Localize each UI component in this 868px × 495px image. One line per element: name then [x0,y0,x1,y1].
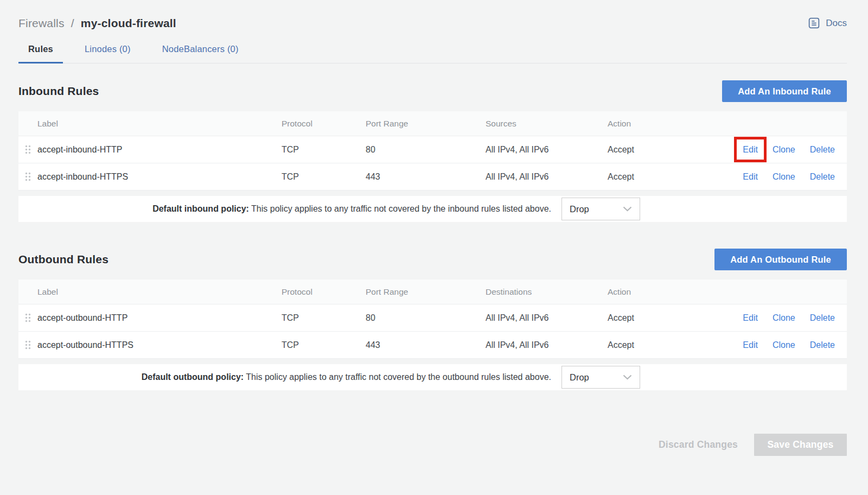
table-row: accept-outbound-HTTPS TCP 443 All IPv4, … [18,332,847,359]
drag-handle[interactable] [18,172,37,181]
rule-port-range: 80 [366,145,486,155]
rule-action: Accept [608,313,700,323]
rule-label: accept-outbound-HTTPS [37,340,282,350]
drag-handle[interactable] [18,313,37,322]
rule-label: accept-outbound-HTTP [37,313,282,323]
rule-action: Accept [608,340,700,350]
column-header-label: Label [37,287,282,297]
save-changes-button[interactable]: Save Changes [754,434,847,456]
inbound-policy-text: Default inbound policy: This policy appl… [152,204,551,214]
clone-rule-button[interactable]: Clone [773,145,795,155]
rule-sources: All IPv4, All IPv6 [486,145,608,155]
drag-handle-icon [25,313,31,322]
tab-rules[interactable]: Rules [18,44,63,63]
inbound-table-header: Label Protocol Port Range Sources Action [18,111,847,136]
outbound-policy-value: Drop [570,372,589,383]
edit-rule-button[interactable]: Edit [743,172,758,182]
delete-rule-button[interactable]: Delete [810,313,835,323]
rule-label: accept-inbound-HTTPS [37,172,282,182]
rule-action: Accept [608,172,700,182]
rule-destinations: All IPv4, All IPv6 [486,313,608,323]
delete-rule-button[interactable]: Delete [810,145,835,155]
column-header-destinations: Destinations [486,287,608,297]
column-header-sources: Sources [486,119,608,129]
tab-bar: Rules Linodes (0) NodeBalancers (0) [18,44,847,64]
column-header-label: Label [37,119,282,129]
drag-handle[interactable] [18,145,37,154]
outbound-rules-title: Outbound Rules [18,253,108,266]
outbound-policy-row: Default outbound policy: This policy app… [18,364,847,390]
chevron-down-icon [623,375,632,380]
table-row: accept-inbound-HTTPS TCP 443 All IPv4, A… [18,163,847,191]
table-row: accept-inbound-HTTP TCP 80 All IPv4, All… [18,136,847,163]
rule-port-range: 443 [366,340,486,350]
rule-port-range: 80 [366,313,486,323]
breadcrumb-separator: / [71,17,74,29]
rule-protocol: TCP [282,340,366,350]
add-inbound-rule-button[interactable]: Add An Inbound Rule [722,80,847,102]
inbound-rules-table: Label Protocol Port Range Sources Action… [18,111,847,191]
rule-protocol: TCP [282,172,366,182]
column-header-action: Action [608,287,700,297]
edit-rule-button[interactable]: Edit [743,145,758,155]
outbound-policy-text: Default outbound policy: This policy app… [142,372,551,382]
drag-handle-icon [25,340,31,350]
delete-rule-button[interactable]: Delete [810,340,835,350]
rule-action: Accept [608,145,700,155]
docs-icon [807,16,821,30]
column-header-port-range: Port Range [366,119,486,129]
breadcrumb: Firewalls / my-cloud-firewall [18,17,176,30]
column-header-protocol: Protocol [282,119,366,129]
add-outbound-rule-button[interactable]: Add An Outbound Rule [714,249,847,270]
inbound-policy-value: Drop [570,204,589,214]
clone-rule-button[interactable]: Clone [773,172,795,182]
footer-actions: Discard Changes Save Changes [18,434,847,456]
rule-label: accept-inbound-HTTP [37,145,282,155]
outbound-table-header: Label Protocol Port Range Destinations A… [18,280,847,304]
inbound-policy-row: Default inbound policy: This policy appl… [18,196,847,222]
docs-link[interactable]: Docs [807,16,847,30]
chevron-down-icon [623,206,632,212]
inbound-section-header: Inbound Rules Add An Inbound Rule [18,80,847,102]
page-title: my-cloud-firewall [81,17,176,29]
rule-destinations: All IPv4, All IPv6 [486,340,608,350]
drag-handle-icon [25,172,31,181]
edit-rule-button[interactable]: Edit [743,340,758,350]
clone-rule-button[interactable]: Clone [773,313,795,323]
outbound-policy-select[interactable]: Drop [561,366,640,389]
discard-changes-button[interactable]: Discard Changes [642,439,754,450]
rule-sources: All IPv4, All IPv6 [486,172,608,182]
breadcrumb-firewalls-link[interactable]: Firewalls [18,17,65,29]
outbound-rules-table: Label Protocol Port Range Destinations A… [18,280,847,359]
table-row: accept-outbound-HTTP TCP 80 All IPv4, Al… [18,304,847,332]
drag-handle-icon [25,145,31,154]
delete-rule-button[interactable]: Delete [810,172,835,182]
tab-linodes[interactable]: Linodes (0) [75,44,141,63]
column-header-protocol: Protocol [282,287,366,297]
docs-link-label: Docs [826,18,847,29]
rule-protocol: TCP [282,145,366,155]
column-header-port-range: Port Range [366,287,486,297]
tab-nodebalancers[interactable]: NodeBalancers (0) [152,44,248,63]
firewall-detail-page: Firewalls / my-cloud-firewall Docs Rules… [0,0,868,495]
rule-protocol: TCP [282,313,366,323]
clone-rule-button[interactable]: Clone [773,340,795,350]
outbound-section-header: Outbound Rules Add An Outbound Rule [18,249,847,270]
drag-handle[interactable] [18,340,37,350]
column-header-action: Action [608,119,700,129]
inbound-policy-select[interactable]: Drop [561,198,640,220]
top-bar: Firewalls / my-cloud-firewall Docs [18,16,847,30]
rule-port-range: 443 [366,172,486,182]
edit-rule-button[interactable]: Edit [743,313,758,323]
inbound-rules-title: Inbound Rules [18,85,99,98]
